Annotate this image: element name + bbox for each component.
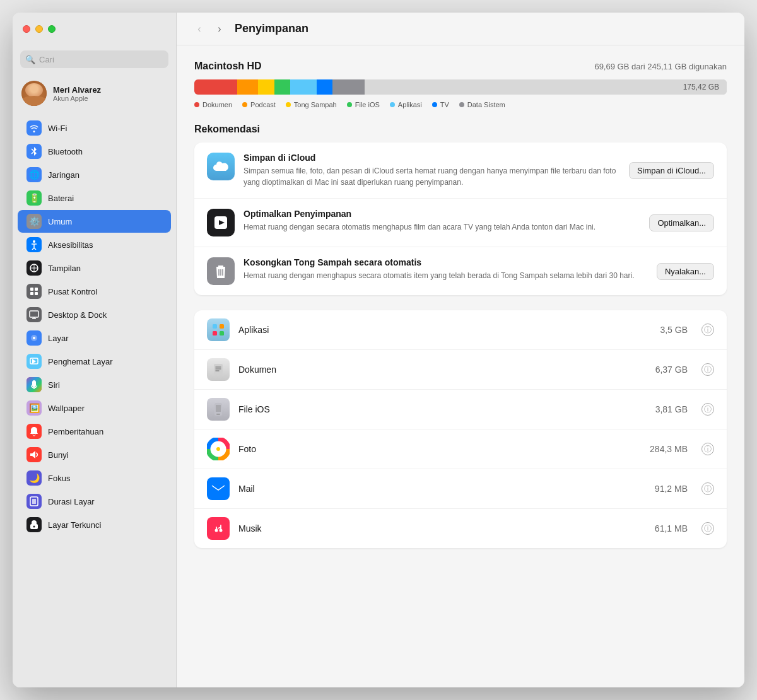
music-info-icon[interactable]: ⓘ <box>701 522 714 535</box>
svg-rect-23 <box>216 405 221 412</box>
maximize-button[interactable] <box>48 25 56 33</box>
category-item-music[interactable]: Musik 61,1 MB ⓘ <box>194 509 727 548</box>
mail-cat-label: Mail <box>238 484 646 494</box>
category-item-ios[interactable]: File iOS 3,81 GB ⓘ <box>194 390 727 429</box>
wallpaper-icon: 🖼️ <box>26 400 42 416</box>
screentime-icon <box>26 494 42 509</box>
svg-rect-4 <box>30 292 33 295</box>
sidebar-item-wallpaper[interactable]: 🖼️ Wallpaper <box>18 397 171 419</box>
music-cat-label: Musik <box>238 523 646 534</box>
rec-title-icloud: Simpan di iCloud <box>244 153 620 163</box>
svg-rect-2 <box>30 288 33 291</box>
sidebar-item-general[interactable]: ⚙️ Umum <box>18 210 171 233</box>
svg-rect-27 <box>212 484 225 493</box>
legend-dot-system <box>459 102 464 107</box>
lock-icon <box>26 517 42 532</box>
category-item-documents[interactable]: Dokumen 6,37 GB ⓘ <box>194 350 727 390</box>
photos-cat-size: 284,3 MB <box>650 444 688 454</box>
mail-info-icon[interactable]: ⓘ <box>701 482 714 495</box>
sidebar-item-control[interactable]: Pusat Kontrol <box>18 280 171 303</box>
svg-rect-22 <box>216 414 220 415</box>
category-item-apps[interactable]: Aplikasi 3,5 GB ⓘ <box>194 310 727 350</box>
network-label: Jaringan <box>48 170 79 180</box>
user-section[interactable]: Meri Alvarez Akun Apple <box>13 76 176 114</box>
sidebar-item-screensaver[interactable]: Penghemat Layar <box>18 350 171 373</box>
svg-point-29 <box>215 529 218 532</box>
user-info: Meri Alvarez Akun Apple <box>53 85 101 102</box>
notifications-label: Pemberitahuan <box>48 427 103 436</box>
segment-free <box>365 79 727 95</box>
sidebar-item-accessibility[interactable]: Aksesibilitas <box>18 233 171 256</box>
rec-desc-icloud: Simpan semua file, foto, dan pesan di iC… <box>244 165 620 188</box>
control-label: Pusat Kontrol <box>48 287 97 296</box>
sidebar-nav: Wi-Fi Bluetooth 🌐 Jaringan 🔋 Baterai <box>13 114 176 687</box>
music-cat-size: 61,1 MB <box>655 523 688 534</box>
legend-label-apps: Aplikasi <box>398 101 422 108</box>
svg-point-0 <box>33 240 35 243</box>
wallpaper-label: Wallpaper <box>48 404 85 413</box>
rec-content-icloud: Simpan di iCloud Simpan semua file, foto… <box>244 153 620 188</box>
sidebar-item-sound[interactable]: Bunyi <box>18 443 171 466</box>
appearance-label: Tampilan <box>48 264 81 273</box>
icloud-button[interactable]: Simpan di iCloud... <box>629 162 714 179</box>
legend-tv: TV <box>432 101 449 108</box>
sidebar-item-network[interactable]: 🌐 Jaringan <box>18 163 171 186</box>
apps-info-icon[interactable]: ⓘ <box>701 324 714 336</box>
docs-info-icon[interactable]: ⓘ <box>701 363 714 376</box>
storage-bar: 175,42 GB <box>194 79 727 95</box>
recommendations-title: Rekomendasi <box>194 124 727 135</box>
sidebar-item-siri[interactable]: Siri <box>18 373 171 396</box>
photos-cat-icon <box>207 438 230 460</box>
lock-label: Layar Terkunci <box>48 520 101 530</box>
trash-button[interactable]: Nyalakan... <box>657 263 714 280</box>
legend-label-system: Data Sistem <box>467 101 505 108</box>
sidebar-item-display[interactable]: Layar <box>18 327 171 349</box>
rec-desc-optimize: Hemat ruang dengan secara otomatis mengh… <box>244 221 640 233</box>
photos-info-icon[interactable]: ⓘ <box>701 443 714 455</box>
recommendations-card: Simpan di iCloud Simpan semua file, foto… <box>194 143 727 295</box>
optimize-button[interactable]: Optimalkan... <box>649 214 714 231</box>
search-icon: 🔍 <box>25 55 35 64</box>
storage-header: Macintosh HD 69,69 GB dari 245,11 GB dig… <box>194 61 727 72</box>
close-button[interactable] <box>23 25 30 33</box>
user-subtitle: Akun Apple <box>53 95 101 102</box>
network-icon: 🌐 <box>26 167 42 182</box>
legend-system: Data Sistem <box>459 101 505 108</box>
sidebar-item-appearance[interactable]: Tampilan <box>18 257 171 279</box>
screensaver-label: Penghemat Layar <box>48 357 113 366</box>
main-content: ‹ › Penyimpanan Macintosh HD 69,69 GB da… <box>177 13 744 687</box>
minimize-button[interactable] <box>35 25 43 33</box>
category-item-photos[interactable]: Foto 284,3 MB ⓘ <box>194 429 727 469</box>
accessibility-label: Aksesibilitas <box>48 240 93 250</box>
docs-cat-icon <box>207 358 230 381</box>
music-cat-icon <box>207 517 230 540</box>
rec-title-optimize: Optimalkan Penyimpanan <box>244 209 640 219</box>
sidebar-item-desktop[interactable]: Desktop & Dock <box>18 303 171 326</box>
docs-cat-label: Dokumen <box>238 365 647 375</box>
category-item-mail[interactable]: Mail 91,2 MB ⓘ <box>194 469 727 509</box>
ios-cat-icon <box>207 398 230 421</box>
sidebar-item-notifications[interactable]: Pemberitahuan <box>18 420 171 443</box>
legend-apps: Aplikasi <box>390 101 422 108</box>
sidebar-item-bluetooth[interactable]: Bluetooth <box>18 140 171 163</box>
sidebar-item-focus[interactable]: 🌙 Fokus <box>18 467 171 489</box>
apps-cat-icon <box>207 318 230 341</box>
forward-button[interactable]: › <box>212 21 227 37</box>
search-bar[interactable]: 🔍 Cari <box>20 50 168 68</box>
search-placeholder: Cari <box>39 55 54 64</box>
back-button[interactable]: ‹ <box>192 21 207 37</box>
page-title: Penyimpanan <box>235 22 308 35</box>
focus-icon: 🌙 <box>26 470 42 486</box>
sidebar-item-screentime[interactable]: Durasi Layar <box>18 490 171 513</box>
battery-icon: 🔋 <box>26 190 42 206</box>
sidebar-item-wifi[interactable]: Wi-Fi <box>18 117 171 139</box>
legend-dot-podcast <box>242 102 247 107</box>
siri-label: Siri <box>48 380 60 390</box>
sidebar-item-lock[interactable]: Layar Terkunci <box>18 513 171 536</box>
titlebar <box>13 13 176 45</box>
sidebar-item-battery[interactable]: 🔋 Baterai <box>18 187 171 209</box>
ios-info-icon[interactable]: ⓘ <box>701 403 714 416</box>
bluetooth-label: Bluetooth <box>48 147 83 156</box>
svg-point-26 <box>216 447 220 451</box>
legend-label-tv: TV <box>440 101 449 108</box>
